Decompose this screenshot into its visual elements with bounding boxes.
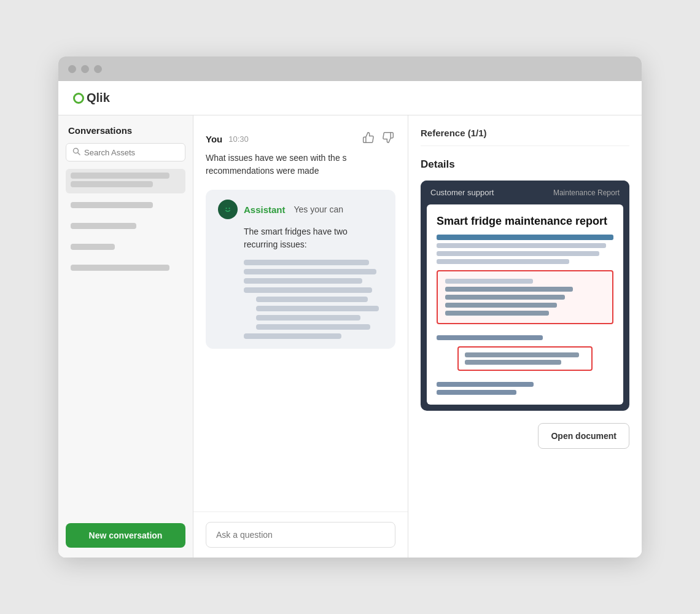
- conv-line: [71, 244, 115, 250]
- details-title: Details: [421, 158, 629, 171]
- open-document-button[interactable]: Open document: [538, 423, 629, 449]
- conv-line: [71, 173, 169, 179]
- browser-dot-yellow: [81, 65, 89, 73]
- list-item[interactable]: [66, 240, 185, 256]
- logo-circle: [73, 93, 84, 104]
- chat-area: You 10:30: [193, 115, 408, 558]
- content-line: [244, 260, 369, 265]
- doc-line: [437, 390, 516, 395]
- svg-line-1: [78, 153, 80, 155]
- content-line: [244, 287, 372, 293]
- assistant-subtitle: Yes your can: [294, 204, 343, 214]
- doc-line: [437, 382, 534, 387]
- user-message-text: What issues have we seen with the s reco…: [206, 152, 395, 177]
- message-actions: [361, 130, 395, 148]
- app-header: Qlik: [58, 81, 642, 115]
- browser-dot-green: [94, 65, 102, 73]
- assistant-message: Assistant Yes your can The smart fridges…: [206, 190, 395, 349]
- conversation-list: [66, 169, 185, 516]
- assistant-content-lines: [218, 260, 383, 339]
- doc-line: [445, 311, 549, 316]
- assistant-header: Assistant Yes your can: [218, 200, 383, 219]
- content-line: [256, 306, 379, 311]
- reference-title: Reference (1/1): [421, 128, 629, 146]
- reference-panel: Reference (1/1) Details Customer support…: [408, 115, 642, 558]
- doc-line: [445, 303, 557, 308]
- doc-line: [437, 235, 613, 240]
- doc-highlight-box: [437, 270, 613, 324]
- assistant-intro: The smart fridges have two recurring iss…: [218, 225, 383, 251]
- doc-line: [445, 295, 565, 300]
- new-conversation-button[interactable]: New conversation: [66, 523, 185, 548]
- qlik-logo: Qlik: [73, 91, 110, 105]
- doc-line: [445, 287, 573, 292]
- search-input[interactable]: [84, 148, 179, 157]
- doc-lines: [437, 235, 613, 264]
- chat-input[interactable]: [206, 522, 395, 548]
- assistant-name: Assistant: [244, 204, 286, 215]
- document-card-body: Smart fridge maintenance report: [427, 204, 623, 405]
- message-header: You 10:30: [206, 130, 395, 148]
- doc-line: [437, 251, 599, 256]
- document-title: Smart fridge maintenance report: [437, 214, 613, 228]
- doc-small-highlight-box: [457, 346, 593, 371]
- sender-name: You: [206, 134, 222, 144]
- user-message: You 10:30: [206, 130, 395, 177]
- browser-window: Qlik Conversations: [58, 56, 642, 558]
- svg-point-4: [229, 208, 230, 209]
- doc-line: [437, 243, 606, 248]
- doc-line: [465, 352, 579, 357]
- sidebar: Conversations: [58, 115, 193, 558]
- content-line: [256, 324, 370, 330]
- svg-point-3: [226, 208, 227, 209]
- doc-line: [437, 259, 569, 264]
- message-sender: You 10:30: [206, 134, 249, 144]
- conv-line: [71, 265, 169, 271]
- content-line: [256, 297, 368, 302]
- content-line: [256, 315, 360, 321]
- assistant-avatar: [218, 200, 238, 219]
- conv-line: [71, 181, 153, 187]
- list-item[interactable]: [66, 198, 185, 214]
- chat-messages: You 10:30: [193, 115, 408, 511]
- search-box[interactable]: [66, 143, 185, 161]
- sender-time: 10:30: [228, 134, 249, 144]
- list-item[interactable]: [66, 261, 185, 277]
- app-content: Conversations: [58, 115, 642, 558]
- doc-header-left: Customer support: [430, 188, 494, 197]
- logo-text: Qlik: [87, 91, 110, 105]
- content-line: [244, 278, 362, 284]
- list-item[interactable]: [66, 219, 185, 235]
- browser-body: Qlik Conversations: [58, 81, 642, 558]
- chat-input-area: [193, 511, 408, 558]
- document-card-header: Customer support Maintenance Report: [421, 181, 629, 204]
- conv-line: [71, 202, 153, 208]
- sidebar-title: Conversations: [66, 125, 185, 136]
- thumbs-down-button[interactable]: [381, 130, 395, 148]
- content-line: [244, 333, 341, 339]
- list-item[interactable]: [66, 169, 185, 193]
- search-icon: [72, 147, 80, 157]
- document-card: Customer support Maintenance Report Smar…: [421, 181, 629, 411]
- doc-header-right: Maintenance Report: [553, 188, 620, 197]
- doc-line: [445, 279, 533, 284]
- browser-titlebar: [58, 56, 642, 81]
- doc-small-lines: [437, 335, 613, 340]
- doc-line: [465, 360, 561, 365]
- conv-line: [71, 223, 136, 229]
- thumbs-up-button[interactable]: [361, 130, 376, 148]
- doc-bottom-lines: [437, 382, 613, 395]
- browser-dot-red: [68, 65, 76, 73]
- content-line: [244, 269, 376, 274]
- doc-line: [437, 335, 543, 340]
- svg-point-2: [223, 204, 233, 215]
